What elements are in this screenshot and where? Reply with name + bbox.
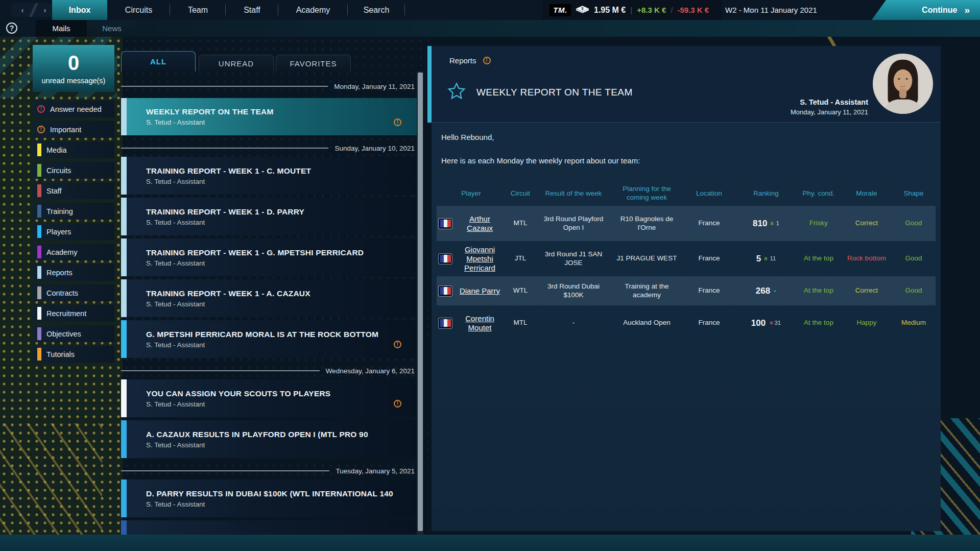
sidebar-item-training[interactable]: Training [33, 203, 114, 220]
sidebar-item-media[interactable]: Media [33, 141, 114, 158]
reader-category: Reports [449, 56, 476, 65]
mail-sender: S. Tetud - Assistant [146, 118, 274, 126]
mail-sender: S. Tetud - Assistant [146, 500, 393, 508]
back-icon[interactable]: ‹ [21, 6, 24, 14]
tab-news[interactable]: News [87, 20, 137, 37]
category-color-bar [37, 205, 41, 218]
category-color-bar [37, 348, 41, 361]
mail-sender: S. Tetud - Assistant [146, 441, 368, 449]
continue-button[interactable]: Continue » [872, 0, 980, 20]
sidebar-item-reports[interactable]: Reports [33, 264, 114, 281]
sidebar-item-contracts[interactable]: Contracts [33, 284, 114, 301]
mail-item-training-parry[interactable]: TRAINING REPORT - WEEK 1 - D. PARRY S. T… [121, 198, 417, 235]
date-separator: Sunday, January 10, 2021 [121, 143, 417, 153]
date-separator: Wednesday, January 6, 2021 [121, 366, 417, 375]
mail-date: Monday, January 11, 2021 [791, 108, 868, 116]
sidebar-item-important[interactable]: ! Important [33, 121, 114, 138]
tab-team[interactable]: Team [170, 0, 226, 20]
mail-item-parry-results[interactable]: D. PARRY RESULTS IN DUBAI $100K (WTL INT… [121, 480, 417, 517]
reader-header: Reports ! WEEKLY REPORT ON THE TEAM S. T… [432, 46, 941, 123]
favorite-star-icon[interactable] [447, 82, 466, 101]
mail-color-bar [121, 157, 127, 195]
mail-color-bar [121, 198, 127, 235]
mail-item-moral-rock-bottom[interactable]: G. MPETSHI PERRICARD MORAL IS AT THE ROC… [121, 320, 417, 358]
mail-item-weekly-report[interactable]: WEEKLY REPORT ON THE TEAM S. Tetud - Ass… [121, 98, 417, 135]
player-link[interactable]: Diane Parry [456, 286, 504, 296]
mail-sidebar: 0 unread message(s) ! Answer needed ! Im… [33, 45, 114, 363]
mail-color-bar [121, 379, 127, 417]
date-separator: Tuesday, January 5, 2021 [121, 466, 417, 475]
tab-circuits[interactable]: Circuits [107, 0, 170, 20]
sidebar-item-recruitment[interactable]: Recruitment [33, 305, 114, 322]
mail-color-bar [121, 320, 127, 358]
tab-search[interactable]: Search [348, 0, 405, 20]
rank-up-icon [763, 257, 770, 260]
table-row: Diane Parry WTL 3rd Round Dubai $100K Tr… [437, 276, 936, 305]
tab-staff[interactable]: Staff [226, 0, 278, 20]
mail-item-assign-scouts[interactable]: YOU CAN ASSIGN YOUR SCOUTS TO PLAYERS S.… [121, 379, 417, 417]
phy-cond-value: Frisky [796, 218, 842, 229]
finance-panel: TM. $ 1.95 M € | +8.3 K € / -59.3 K € [542, 0, 722, 20]
table-row: Arthur Cazaux MTL 3rd Round Playford Ope… [437, 206, 936, 241]
mail-filter-all[interactable]: ALL [121, 51, 196, 71]
alert-orange-icon: ! [37, 126, 45, 133]
app-window: ‹ › Inbox Circuits Team Staff Academy Se… [0, 0, 980, 551]
phy-cond-value: At the top [796, 318, 842, 328]
history-nav[interactable]: ‹ › [11, 3, 56, 17]
shape-value: Good [892, 285, 936, 296]
sidebar-item-answer-needed[interactable]: ! Answer needed [33, 101, 114, 117]
tab-mails[interactable]: Mails [36, 20, 87, 37]
rank-flat-icon: - [774, 286, 776, 296]
mail-item-training-moutet[interactable]: TRAINING REPORT - WEEK 1 - C. MOUTET S. … [121, 157, 417, 195]
sidebar-item-academy[interactable]: Academy [33, 244, 114, 260]
sidebar-item-players[interactable]: Players [33, 223, 114, 240]
table-row: Corentin Moutet MTL - Auckland Open Fran… [437, 305, 936, 341]
important-icon: ! [394, 341, 401, 348]
mail-filter-favorites[interactable]: FAVORITES [276, 55, 351, 71]
tab-inbox[interactable]: Inbox [52, 0, 107, 20]
sidebar-item-staff[interactable]: Staff [33, 182, 114, 199]
important-icon: ! [483, 57, 491, 64]
player-link[interactable]: Arthur Cazaux [456, 214, 504, 233]
player-link[interactable]: Giovanni Mpetshi Perricard [456, 245, 504, 273]
mail-scrollbar [417, 71, 423, 535]
sidebar-item-tutorials[interactable]: Tutorials [33, 346, 114, 363]
tm-logo: TM. [549, 4, 571, 16]
mail-title: TRAINING REPORT - WEEK 1 - C. MOUTET [146, 166, 311, 176]
sidebar-item-objectives[interactable]: Objectives [33, 325, 114, 342]
category-color-bar [37, 225, 41, 238]
category-color-bar [37, 246, 41, 258]
morale-value: Happy [842, 318, 892, 328]
morale-value: Correct [842, 285, 892, 296]
unread-label: unread message(s) [42, 77, 106, 85]
mail-item-partial[interactable] [121, 520, 417, 535]
bottom-strip [0, 535, 980, 551]
category-color-bar [37, 307, 41, 320]
intro-text: Here is as each Monday the weekly report… [441, 156, 640, 165]
mail-color-bar [121, 279, 127, 317]
mail-filter-unread[interactable]: UNREAD [199, 55, 274, 71]
greeting-text: Hello Rebound, [441, 133, 494, 141]
main-nav: Inbox Circuits Team Staff Academy Search [52, 0, 405, 20]
forward-icon[interactable]: › [44, 6, 46, 14]
mail-list: Monday, January 11, 2021 WEEKLY REPORT O… [121, 71, 417, 535]
mail-title: TRAINING REPORT - WEEK 1 - G. MPETSHI PE… [146, 248, 364, 257]
mail-color-bar [121, 520, 127, 535]
phy-cond-value: At the top [796, 253, 842, 264]
player-link[interactable]: Corentin Moutet [456, 314, 504, 332]
mail-sender-name: S. Tetud - Assistant [791, 98, 868, 106]
mail-item-training-cazaux[interactable]: TRAINING REPORT - WEEK 1 - A. CAZAUX S. … [121, 279, 417, 317]
help-icon[interactable]: ? [6, 22, 17, 34]
svg-text:$: $ [581, 6, 583, 11]
tab-academy[interactable]: Academy [278, 0, 348, 20]
mail-title: WEEKLY REPORT ON THE TEAM [146, 107, 274, 116]
mail-item-training-mpetshi[interactable]: TRAINING REPORT - WEEK 1 - G. MPETSHI PE… [121, 238, 417, 276]
shape-value: Good [892, 253, 936, 264]
table-row: Giovanni Mpetshi Perricard JTL 3rd Round… [437, 241, 936, 276]
scrollbar-thumb[interactable] [418, 73, 423, 531]
weekly-loss: -59.3 K € [677, 6, 709, 14]
sidebar-item-circuits[interactable]: Circuits [33, 162, 114, 179]
mail-item-cazaux-results[interactable]: A. CAZAUX RESULTS IN PLAYFORD OPEN I (MT… [121, 420, 417, 458]
unread-counter: 0 unread message(s) [33, 45, 114, 92]
category-color-bar [37, 266, 41, 279]
